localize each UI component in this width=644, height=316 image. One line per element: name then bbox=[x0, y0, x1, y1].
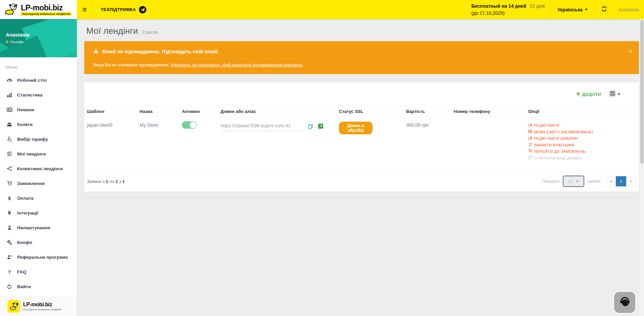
column-header-phone: Номер телефону bbox=[451, 106, 526, 117]
menu-section-label: Меню bbox=[0, 57, 77, 70]
sidebar-item-my-landings[interactable]: Мої лендінги bbox=[0, 146, 77, 161]
sidebar-item-label: Замовлення bbox=[17, 181, 45, 186]
sidebar-item-integrations[interactable]: Інтеграції bbox=[0, 205, 77, 220]
footer-logo-title: LP-mobi.biz bbox=[23, 302, 61, 307]
user-plus-icon bbox=[6, 254, 13, 260]
sidebar-item-payment[interactable]: $ Оплата bbox=[0, 191, 77, 205]
refresh-button[interactable] bbox=[595, 0, 613, 19]
chevron-down-icon bbox=[576, 181, 579, 182]
close-icon[interactable]: × bbox=[629, 49, 632, 54]
sidebar-item-statistics[interactable]: Статистика bbox=[0, 87, 77, 102]
add-landing-label: ДОДАТИ bbox=[582, 92, 601, 97]
scrollbar-thumb[interactable] bbox=[640, 20, 644, 164]
sidebar-item-label: Налаштування bbox=[17, 225, 50, 230]
sidebar-item-orders[interactable]: Замовлення bbox=[0, 176, 77, 191]
option-label: ЗМІНИТИ ВЛАСНИКА bbox=[534, 142, 574, 149]
sidebar-item-label: Вийти bbox=[17, 284, 31, 289]
share-icon bbox=[6, 166, 13, 171]
option-label: ПЕРЕЙТИ ДО ЗАМОВЛЕНЬ bbox=[534, 148, 586, 155]
option-label: СТВОРИТИ WEB-ДОМЕН bbox=[534, 155, 582, 162]
sidebar-item-news[interactable]: Новини bbox=[0, 102, 77, 117]
topbar-spacer bbox=[152, 0, 471, 19]
sidebar-item-colleagues[interactable]: Колеги bbox=[0, 117, 77, 132]
sidebar-item-collective-landings[interactable]: Колективні лендінги bbox=[0, 161, 77, 176]
sidebar-item-label: Мої лендінги bbox=[17, 151, 46, 156]
hamburger-menu-icon[interactable]: ≡ bbox=[77, 0, 92, 19]
support-link[interactable]: ТЕХПІДТРИМКА bbox=[93, 0, 152, 19]
column-header-price: Вартість bbox=[403, 106, 451, 117]
support-label: ТЕХПІДТРИМКА bbox=[101, 7, 136, 12]
sidebar-item-faq[interactable]: ? FAQ bbox=[0, 264, 77, 279]
landings-table: Шаблон Назва Активно Домен або аліас Ста… bbox=[84, 106, 639, 171]
records-word: записи bbox=[588, 179, 600, 184]
pagination-next-button[interactable]: » bbox=[626, 176, 635, 186]
pagination-prev-button[interactable]: « bbox=[607, 176, 616, 186]
cell-domain bbox=[218, 117, 336, 171]
sidebar-item-label: Колективні лендінги bbox=[17, 166, 63, 171]
sidebar-item-label: Оплата bbox=[17, 196, 34, 201]
page-size-select[interactable]: 20 bbox=[563, 176, 584, 187]
option-change-owner[interactable]: ЗМІНИТИ ВЛАСНИКА bbox=[528, 142, 636, 149]
page-scrollbar[interactable] bbox=[640, 19, 644, 316]
columns-dropdown-button[interactable] bbox=[610, 91, 620, 98]
domain-input[interactable] bbox=[220, 122, 303, 131]
column-header-ssl: Статус SSL bbox=[336, 106, 403, 117]
option-edit-template[interactable]: РЕДАГУВАТИ ШАБЛОН bbox=[528, 135, 636, 142]
sidebar-item-logout[interactable]: Вийти bbox=[0, 279, 77, 294]
ssl-status-badge: Домен в обробці bbox=[339, 122, 373, 134]
headset-icon bbox=[618, 295, 632, 310]
sidebar-item-config[interactable]: Конфіг bbox=[0, 235, 77, 250]
dog-logo-icon bbox=[3, 2, 18, 17]
sidebar-item-dashboard[interactable]: Робочий стіл bbox=[0, 73, 77, 87]
sidebar-item-label: FAQ bbox=[17, 269, 27, 274]
page-header: Мої лендінги Список bbox=[77, 19, 644, 36]
edit-icon bbox=[528, 135, 532, 142]
add-landing-button[interactable]: ДОДАТИ bbox=[576, 92, 601, 97]
clone-icon bbox=[528, 155, 532, 162]
pagination-page-1[interactable]: 1 bbox=[616, 176, 626, 186]
sidebar: Anastasia Онлайн Меню Робочий стіл Стати… bbox=[0, 19, 77, 316]
dollar-icon: $ bbox=[6, 195, 13, 201]
plug-icon bbox=[6, 210, 13, 215]
cell-ssl-status: Домен в обробці bbox=[336, 117, 403, 171]
column-header-active: Активно bbox=[179, 106, 218, 117]
footer-logo-subtitle: Конструктор мобільних лендінгів bbox=[23, 308, 61, 311]
cell-price: 300.00 грн bbox=[403, 117, 451, 171]
page-subtitle: Список bbox=[142, 29, 158, 35]
language-icon bbox=[528, 129, 532, 136]
option-edit[interactable]: РЕДАГУВАТИ bbox=[528, 122, 636, 129]
sidebar-item-referral[interactable]: Реферальна програма bbox=[0, 250, 77, 264]
brand-title: LP-mobi.biz bbox=[21, 4, 71, 12]
support-chat-widget[interactable] bbox=[614, 292, 635, 313]
column-header-domain: Домен або аліас bbox=[218, 106, 336, 117]
option-create-web-domain[interactable]: СТВОРИТИ WEB-ДОМЕН bbox=[528, 155, 636, 162]
sidebar-item-settings[interactable]: Налаштування bbox=[0, 220, 77, 235]
options-list: РЕДАГУВАТИ МОВА САЙТУ (НЕЗМІНЮВАНЕ) РЕДА… bbox=[528, 122, 636, 162]
plan-until: (до 17.10.2025) bbox=[471, 10, 545, 17]
copy-icon[interactable] bbox=[308, 124, 313, 130]
sidebar-footer-logo: LP-mobi.biz Конструктор мобільних лендін… bbox=[0, 296, 77, 316]
chevron-down-icon bbox=[585, 9, 588, 10]
alert-body-text: Якщо Ви не отримали підтвердження. bbox=[93, 62, 171, 67]
active-toggle[interactable] bbox=[182, 121, 197, 129]
show-label: Показати bbox=[542, 179, 559, 184]
topbar: LP-mobi.biz Конструктор мобильных лендин… bbox=[0, 0, 644, 19]
records-number: 1 bbox=[115, 179, 118, 184]
sidebar-item-label: Робочий стіл bbox=[17, 78, 47, 83]
landings-panel: ДОДАТИ Шаблон Назва Активно Домен або ал… bbox=[84, 82, 639, 192]
sidebar-item-label: Новини bbox=[17, 107, 34, 112]
option-go-to-orders[interactable]: ПЕРЕЙТИ ДО ЗАМОВЛЕНЬ bbox=[528, 148, 636, 155]
edit-icon bbox=[528, 122, 532, 129]
column-header-name: Назва bbox=[137, 106, 179, 117]
sidebar-item-label: Реферальна програма bbox=[17, 255, 68, 260]
column-header-options: Опції bbox=[526, 106, 639, 117]
language-selector[interactable]: Українська bbox=[550, 0, 595, 19]
cart-icon bbox=[528, 148, 532, 155]
resend-confirmation-link[interactable]: Натисніть це посилання, щоб надіслати пі… bbox=[171, 62, 303, 67]
open-link-icon[interactable] bbox=[318, 124, 323, 130]
alert-title-text: Email не підтверджено. Підтвердіть свій … bbox=[102, 49, 219, 54]
topbar-username[interactable]: Anastasia bbox=[613, 0, 644, 19]
sidebar-item-label: Статистика bbox=[17, 92, 42, 98]
sidebar-item-tariff[interactable]: Вибір тарифу bbox=[0, 132, 77, 146]
option-site-language[interactable]: МОВА САЙТУ (НЕЗМІНЮВАНЕ) bbox=[528, 129, 636, 136]
